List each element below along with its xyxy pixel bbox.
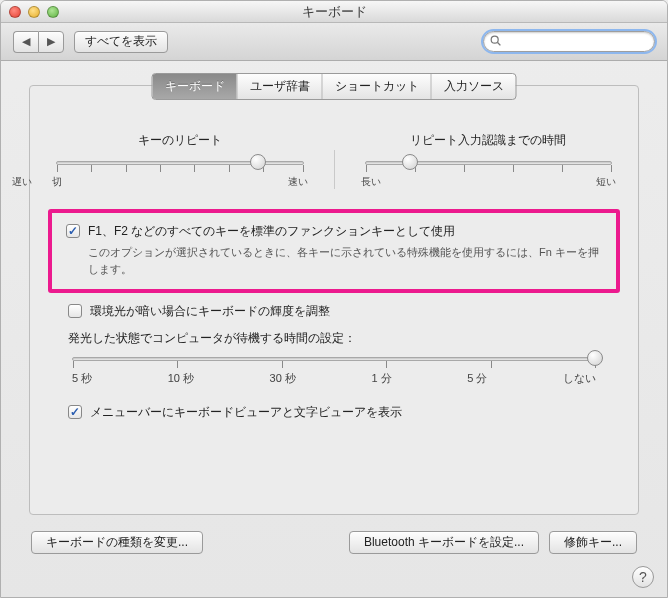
tick-long: 長い xyxy=(361,175,381,189)
show-all-button[interactable]: すべてを表示 xyxy=(74,31,168,53)
search-input[interactable] xyxy=(483,31,655,52)
ambient-checkbox[interactable] xyxy=(68,304,82,318)
svg-line-1 xyxy=(498,43,501,46)
nav-buttons: ◀ ▶ xyxy=(13,31,64,53)
delay-repeat-ticks: 長い 短い xyxy=(361,175,617,189)
chevron-left-icon: ◀ xyxy=(22,35,30,48)
bluetooth-setup-button[interactable]: Bluetooth キーボードを設定... xyxy=(349,531,539,554)
tab-input-sources[interactable]: 入力ソース xyxy=(432,74,516,99)
divider xyxy=(334,150,335,189)
window-title: キーボード xyxy=(1,3,667,21)
idle-label: 発光した状態でコンピュータが待機する時間の設定： xyxy=(68,330,600,347)
idle-group: 発光した状態でコンピュータが待機する時間の設定： 5 秒 10 秒 30 秒 1… xyxy=(68,330,600,386)
menubar-checkbox[interactable] xyxy=(68,405,82,419)
tab-keyboard[interactable]: キーボード xyxy=(153,74,238,99)
key-repeat-slider[interactable] xyxy=(56,161,304,165)
modifiers-label: 修飾キー... xyxy=(564,534,622,551)
fn-keys-row: F1、F2 などのすべてのキーを標準のファンクションキーとして使用 xyxy=(66,223,602,240)
content-area: キーボード ユーザ辞書 ショートカット 入力ソース キーのリピート 切 遅い xyxy=(1,61,667,572)
fn-keys-label: F1、F2 などのすべてのキーを標準のファンクションキーとして使用 xyxy=(88,223,455,240)
toolbar: ◀ ▶ すべてを表示 xyxy=(1,23,667,61)
menubar-label: メニューバーにキーボードビューアと文字ビューアを表示 xyxy=(90,404,402,421)
back-button[interactable]: ◀ xyxy=(13,31,38,53)
tab-user-dict[interactable]: ユーザ辞書 xyxy=(238,74,323,99)
tick-fast: 速い xyxy=(288,175,308,189)
ambient-row: 環境光が暗い場合にキーボードの輝度を調整 xyxy=(68,303,600,320)
forward-button[interactable]: ▶ xyxy=(38,31,64,53)
preferences-window: キーボード ◀ ▶ すべてを表示 キーボード ユーザ辞書 ショートカット 入力ソ… xyxy=(0,0,668,598)
key-repeat-group: キーのリピート 切 遅い 速い xyxy=(48,132,312,189)
sliders-row: キーのリピート 切 遅い 速い リピート入力認識までの時間 xyxy=(48,132,620,189)
change-keyboard-type-button[interactable]: キーボードの種類を変更... xyxy=(31,531,203,554)
tick-short: 短い xyxy=(596,175,616,189)
chevron-right-icon: ▶ xyxy=(47,35,55,48)
idle-tick-4: 5 分 xyxy=(467,371,487,386)
search-icon xyxy=(489,34,503,48)
tab-shortcuts[interactable]: ショートカット xyxy=(323,74,432,99)
svg-point-0 xyxy=(491,36,498,43)
bluetooth-label: Bluetooth キーボードを設定... xyxy=(364,534,524,551)
idle-tick-2: 30 秒 xyxy=(270,371,296,386)
titlebar: キーボード xyxy=(1,1,667,23)
idle-tick-0: 5 秒 xyxy=(72,371,92,386)
settings-panel: キーボード ユーザ辞書 ショートカット 入力ソース キーのリピート 切 遅い xyxy=(29,85,639,515)
idle-tick-1: 10 秒 xyxy=(168,371,194,386)
delay-repeat-knob[interactable] xyxy=(402,154,418,170)
key-repeat-ticks: 切 遅い 速い xyxy=(52,175,308,189)
search-field[interactable] xyxy=(483,31,655,52)
show-all-label: すべてを表示 xyxy=(85,33,157,50)
bottom-buttons: キーボードの種類を変更... Bluetooth キーボードを設定... 修飾キ… xyxy=(29,531,639,554)
ambient-label: 環境光が暗い場合にキーボードの輝度を調整 xyxy=(90,303,330,320)
fn-keys-desc: このオプションが選択されているときに、各キーに示されている特殊機能を使用するには… xyxy=(88,244,602,277)
idle-slider[interactable] xyxy=(72,357,596,361)
menubar-row: メニューバーにキーボードビューアと文字ビューアを表示 xyxy=(68,404,600,421)
fn-keys-checkbox[interactable] xyxy=(66,224,80,238)
idle-tick-3: 1 分 xyxy=(371,371,391,386)
key-repeat-label: キーのリピート xyxy=(48,132,312,149)
idle-ticks: 5 秒 10 秒 30 秒 1 分 5 分 しない xyxy=(72,371,596,386)
modifier-keys-button[interactable]: 修飾キー... xyxy=(549,531,637,554)
tick-slow: 遅い xyxy=(12,175,32,189)
delay-repeat-slider[interactable] xyxy=(365,161,613,165)
delay-repeat-group: リピート入力認識までの時間 長い 短い xyxy=(357,132,621,189)
tab-bar: キーボード ユーザ辞書 ショートカット 入力ソース xyxy=(152,73,517,100)
idle-tick-5: しない xyxy=(563,371,596,386)
fn-keys-highlight: F1、F2 などのすべてのキーを標準のファンクションキーとして使用 このオプショ… xyxy=(48,209,620,293)
delay-repeat-label: リピート入力認識までの時間 xyxy=(357,132,621,149)
idle-knob[interactable] xyxy=(587,350,603,366)
change-type-label: キーボードの種類を変更... xyxy=(46,534,188,551)
help-button[interactable]: ? xyxy=(632,566,654,588)
key-repeat-knob[interactable] xyxy=(250,154,266,170)
